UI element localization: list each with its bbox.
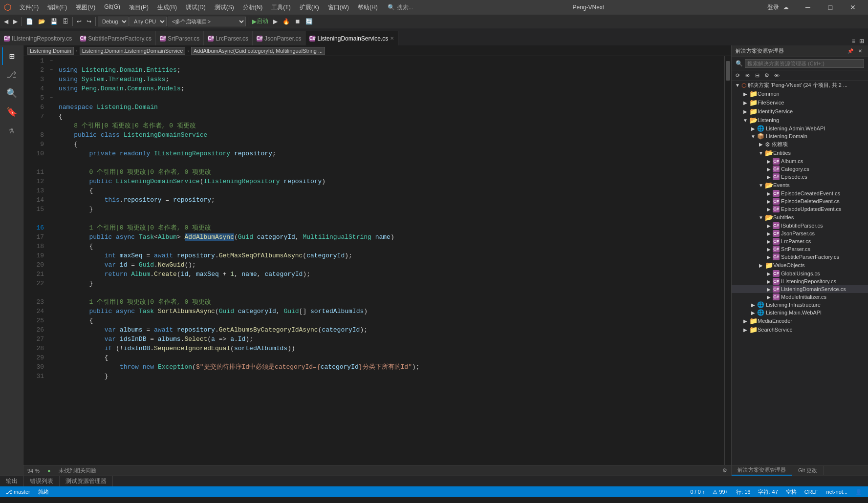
breadcrumb-namespace[interactable]: Listening.Domain: [27, 47, 74, 55]
tab-ilistening[interactable]: C# IListeningRepository.cs: [0, 31, 76, 45]
platform-select[interactable]: Any CPU: [130, 17, 167, 26]
se-item-events[interactable]: ▼ 📂 Events: [732, 181, 868, 189]
login-button[interactable]: 登录: [767, 3, 779, 12]
breadcrumb-method[interactable]: AddAlbumAsync(Guid categoryId, Multiling…: [191, 47, 325, 55]
menu-edit[interactable]: 编辑(E): [43, 2, 71, 13]
net-notification[interactable]: net-not...: [825, 489, 849, 495]
tab-subtitleparser[interactable]: C# SubtitleParserFactory.cs: [76, 31, 156, 45]
se-file-moduleinitializer[interactable]: ▶ C# ModuleInitializer.cs: [732, 293, 868, 301]
se-file-album[interactable]: ▶ C# Album.cs: [732, 157, 868, 165]
se-item-fileservice[interactable]: ▶ 📁 FileService: [732, 98, 868, 107]
open-button[interactable]: 📂: [36, 17, 47, 26]
test-icon[interactable]: ⚗: [2, 122, 22, 139]
scrollbar-thumb[interactable]: [726, 61, 730, 81]
breadcrumb-class[interactable]: Listening.Domain.ListeningDomainService: [80, 47, 186, 55]
profile-icon[interactable]: 👤: [853, 489, 864, 495]
close-button[interactable]: ✕: [842, 0, 864, 15]
se-file-ilistening[interactable]: ▶ C# IListeningRepository.cs: [732, 277, 868, 285]
se-file-jsonparser[interactable]: ▶ C# JsonParser.cs: [732, 230, 868, 237]
se-file-category[interactable]: ▶ C# Category.cs: [732, 165, 868, 173]
se-item-common[interactable]: ▶ 📁 Common: [732, 89, 868, 98]
solution-explorer-bottom-tab[interactable]: 解决方案资源管理器: [732, 465, 792, 476]
se-file-episode[interactable]: ▶ C# Episode.cs: [732, 173, 868, 181]
save-button[interactable]: 💾: [48, 17, 60, 26]
code-editor[interactable]: 1 2 3 4 5 6 7 8 9 10 11 12 13 14 15 16 1…: [23, 56, 731, 465]
se-sync-button[interactable]: ⟳: [734, 71, 742, 80]
se-item-listening[interactable]: ▼ 📂 Listening: [732, 116, 868, 125]
menu-build[interactable]: 生成(B): [153, 2, 181, 13]
output-tab[interactable]: 输出: [0, 476, 24, 486]
se-file-episodecreated[interactable]: ▶ C# EpisodeCreatedEvent.cs: [732, 189, 868, 197]
se-file-episodeupdated[interactable]: ▶ C# EpisodeUpdatedEvent.cs: [732, 205, 868, 213]
git-icon[interactable]: ⎇: [2, 66, 22, 84]
menu-debug[interactable]: 调试(D): [182, 2, 210, 13]
tab-listeningdomainservice[interactable]: C# ListeningDomainService.cs ✕: [305, 31, 398, 45]
menu-tools[interactable]: 工具(T): [267, 2, 294, 13]
se-item-listening-main[interactable]: ▶ 🌐 Listening.Main.WebAPI: [732, 309, 868, 316]
se-item-searchservice[interactable]: ▶ 📁 SearchService: [732, 325, 868, 334]
error-list-tab[interactable]: 错误列表: [24, 476, 60, 486]
panel-close-button[interactable]: ✕: [856, 47, 864, 55]
se-file-subtitlefactory[interactable]: ▶ C# SubtitleParserFactory.cs: [732, 253, 868, 261]
tab-split-button[interactable]: ⊞: [857, 37, 866, 45]
stop-button[interactable]: ⏹: [293, 17, 303, 26]
fold-method1[interactable]: −: [48, 112, 55, 121]
git-changes-bottom-tab[interactable]: Git 更改: [792, 466, 824, 475]
menu-git[interactable]: Git(G): [100, 2, 124, 13]
se-item-entities[interactable]: ▼ 📂 Entities: [732, 148, 868, 157]
menu-window[interactable]: 窗口(W): [324, 2, 353, 13]
minimize-button[interactable]: ─: [797, 0, 819, 15]
se-settings-button[interactable]: ⚙: [762, 71, 771, 80]
test-explorer-tab[interactable]: 测试资源管理器: [60, 476, 113, 486]
se-item-listening-admin[interactable]: ▶ 🌐 Listening.Admin.WebAPI: [732, 125, 868, 132]
start-debug-button[interactable]: ▶: [271, 17, 280, 26]
error-count[interactable]: 0 / 0 ↑: [688, 489, 707, 495]
panel-pin-button[interactable]: 📌: [846, 47, 855, 55]
new-project-button[interactable]: 📄: [24, 17, 35, 26]
git-branch-indicator[interactable]: ⎇ master: [4, 489, 32, 495]
bookmark-icon[interactable]: 🔖: [2, 103, 22, 121]
warning-count[interactable]: ⚠ 99+: [711, 489, 730, 495]
menu-extensions[interactable]: 扩展(X): [296, 2, 323, 13]
solution-search-input[interactable]: [745, 59, 864, 68]
start-button[interactable]: ▶ 启动: [250, 16, 270, 26]
fold-ctor[interactable]: −: [48, 93, 55, 103]
se-item-deps[interactable]: ▶ ⚙ 依赖项: [732, 140, 868, 148]
solution-explorer-icon[interactable]: ⊞: [2, 47, 22, 65]
debug-config-select[interactable]: Debug: [98, 17, 129, 26]
tab-list-button[interactable]: ≡: [850, 37, 857, 45]
menu-project[interactable]: 项目(P): [125, 2, 152, 13]
menu-analyze[interactable]: 分析(N): [239, 2, 267, 13]
startup-select[interactable]: <多个启动项目>: [168, 17, 246, 26]
hot-reload-button[interactable]: 🔥: [281, 17, 292, 26]
tab-srtparser[interactable]: C# SrtParser.cs: [156, 31, 204, 45]
redo-button[interactable]: ↪: [85, 17, 93, 26]
code-content[interactable]: using Listening.Domain.Entities; using S…: [55, 56, 724, 465]
restart-button[interactable]: 🔄: [304, 17, 315, 26]
fold-ns-open[interactable]: −: [48, 56, 55, 65]
se-item-mediaencoder[interactable]: ▶ 📁 MediaEncoder: [732, 316, 868, 325]
se-file-lrcparser[interactable]: ▶ C# LrcParser.cs: [732, 237, 868, 245]
tab-lrcparser[interactable]: C# LrcParser.cs: [204, 31, 253, 45]
fold-class[interactable]: −: [48, 65, 55, 75]
vertical-scrollbar[interactable]: [724, 56, 731, 465]
maximize-button[interactable]: □: [819, 0, 842, 15]
se-item-identityservice[interactable]: ▶ 📁 IdentityService: [732, 107, 868, 116]
se-file-globalusings[interactable]: ▶ C# GlobalUsings.cs: [732, 270, 868, 277]
se-collapse-button[interactable]: ⊟: [753, 71, 761, 80]
se-file-isubtitleparser[interactable]: ▶ C# ISubtitleParser.cs: [732, 222, 868, 230]
se-file-episodedeleted[interactable]: ▶ C# EpisodeDeletedEvent.cs: [732, 197, 868, 205]
se-item-subtitles[interactable]: ▼ 📂 Subtitles: [732, 213, 868, 222]
se-show-all-button[interactable]: 👁: [743, 72, 752, 80]
menu-test[interactable]: 测试(S): [211, 2, 238, 13]
menu-file[interactable]: 文件(F): [16, 2, 43, 13]
se-item-listening-infra[interactable]: ▶ 🌐 Listening.Infrastructure: [732, 301, 868, 309]
se-preview-button[interactable]: 👁: [772, 72, 781, 80]
tab-close-button[interactable]: ✕: [390, 36, 394, 41]
se-item-valueobjects[interactable]: ▶ 📁 ValueObjects: [732, 261, 868, 270]
search-sidebar-icon[interactable]: 🔍: [2, 84, 22, 102]
se-file-srtparser[interactable]: ▶ C# SrtParser.cs: [732, 245, 868, 253]
menu-help[interactable]: 帮助(H): [354, 2, 382, 13]
se-file-listeningdomainservice[interactable]: ▶ C# ListeningDomainService.cs: [732, 285, 868, 293]
menu-view[interactable]: 视图(V): [72, 2, 99, 13]
